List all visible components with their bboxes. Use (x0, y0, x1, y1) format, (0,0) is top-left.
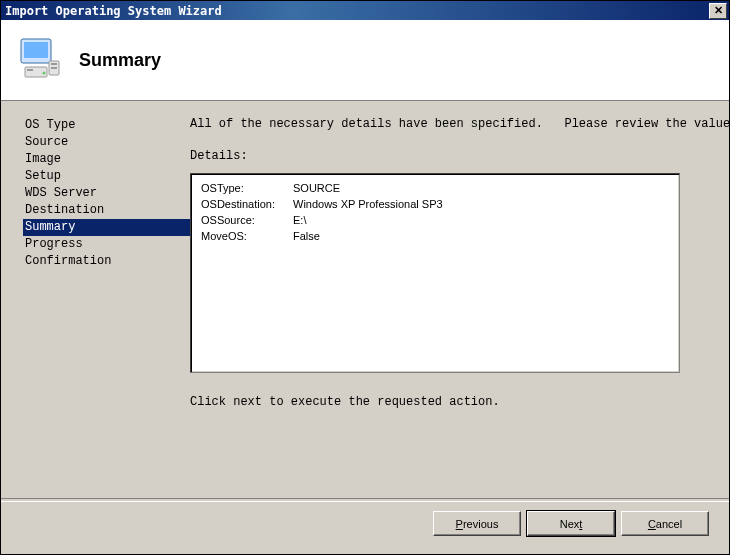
svg-rect-7 (51, 67, 57, 69)
step-sidebar: OS TypeSourceImageSetupWDS ServerDestina… (1, 101, 190, 506)
wizard-header: Summary (1, 20, 729, 101)
sidebar-item-wds-server[interactable]: WDS Server (23, 185, 190, 202)
svg-rect-3 (27, 69, 33, 71)
button-row: Previous Next Cancel (433, 511, 709, 536)
details-value: Windows XP Professional SP3 (293, 196, 443, 212)
details-row: OSSource:E:\ (201, 212, 443, 228)
details-key: OSType: (201, 180, 293, 196)
previous-button[interactable]: Previous (433, 511, 521, 536)
details-value: SOURCE (293, 180, 443, 196)
sidebar-item-confirmation[interactable]: Confirmation (23, 253, 190, 270)
sidebar-item-setup[interactable]: Setup (23, 168, 190, 185)
sidebar-item-image[interactable]: Image (23, 151, 190, 168)
details-row: OSType:SOURCE (201, 180, 443, 196)
sidebar-item-destination[interactable]: Destination (23, 202, 190, 219)
title-bar: Import Operating System Wizard ✕ (1, 1, 729, 20)
sidebar-item-progress[interactable]: Progress (23, 236, 190, 253)
cancel-button[interactable]: Cancel (621, 511, 709, 536)
details-key: MoveOS: (201, 228, 293, 244)
details-row: OSDestination:Windows XP Professional SP… (201, 196, 443, 212)
details-label: Details: (190, 149, 730, 163)
instruction-text: All of the necessary details have been s… (190, 117, 730, 131)
footer-instruction: Click next to execute the requested acti… (190, 395, 730, 409)
details-row: MoveOS:False (201, 228, 443, 244)
sidebar-item-summary[interactable]: Summary (23, 219, 190, 236)
details-key: OSDestination: (201, 196, 293, 212)
details-value: E:\ (293, 212, 443, 228)
svg-rect-1 (24, 42, 48, 58)
page-heading: Summary (79, 50, 161, 71)
details-box: OSType:SOURCEOSDestination:Windows XP Pr… (190, 173, 680, 373)
computer-icon (19, 37, 61, 84)
details-key: OSSource: (201, 212, 293, 228)
wizard-window: Import Operating System Wizard ✕ Summary (0, 0, 730, 555)
sidebar-item-source[interactable]: Source (23, 134, 190, 151)
window-title: Import Operating System Wizard (5, 4, 222, 18)
next-button[interactable]: Next (527, 511, 615, 536)
sidebar-item-os-type[interactable]: OS Type (23, 117, 190, 134)
details-table: OSType:SOURCEOSDestination:Windows XP Pr… (201, 180, 443, 244)
wizard-body: OS TypeSourceImageSetupWDS ServerDestina… (1, 101, 729, 506)
main-panel: All of the necessary details have been s… (190, 101, 730, 506)
details-value: False (293, 228, 443, 244)
close-button[interactable]: ✕ (709, 3, 727, 19)
svg-point-4 (43, 71, 46, 74)
close-icon: ✕ (714, 5, 723, 16)
footer-divider (1, 498, 729, 502)
svg-rect-6 (51, 63, 57, 65)
